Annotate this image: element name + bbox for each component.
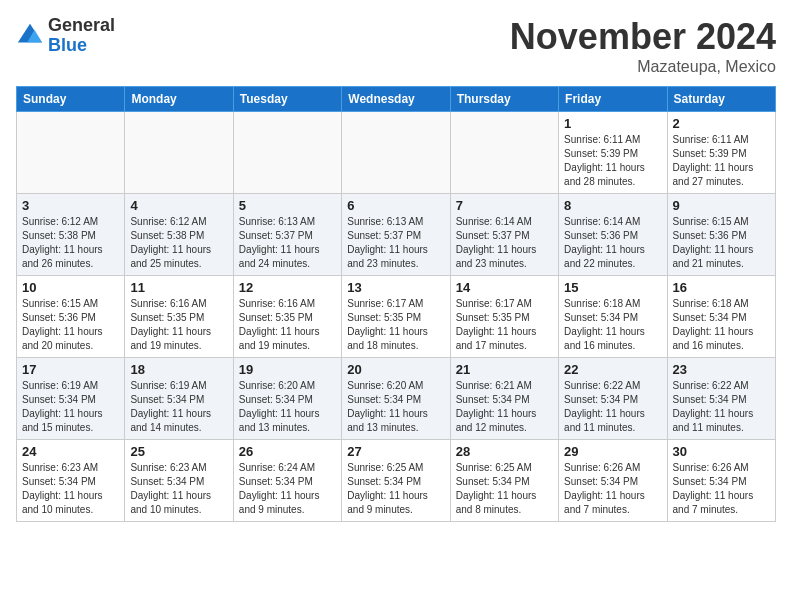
day-number: 25 — [130, 444, 227, 459]
day-info: Sunrise: 6:13 AMSunset: 5:37 PMDaylight:… — [347, 215, 444, 271]
day-number: 26 — [239, 444, 336, 459]
calendar-day-12: 12Sunrise: 6:16 AMSunset: 5:35 PMDayligh… — [233, 276, 341, 358]
day-info: Sunrise: 6:16 AMSunset: 5:35 PMDaylight:… — [130, 297, 227, 353]
day-number: 1 — [564, 116, 661, 131]
day-info: Sunrise: 6:23 AMSunset: 5:34 PMDaylight:… — [22, 461, 119, 517]
day-info: Sunrise: 6:26 AMSunset: 5:34 PMDaylight:… — [673, 461, 770, 517]
calendar-day-20: 20Sunrise: 6:20 AMSunset: 5:34 PMDayligh… — [342, 358, 450, 440]
calendar-header: SundayMondayTuesdayWednesdayThursdayFrid… — [17, 87, 776, 112]
weekday-header-saturday: Saturday — [667, 87, 775, 112]
calendar-body: 1Sunrise: 6:11 AMSunset: 5:39 PMDaylight… — [17, 112, 776, 522]
day-info: Sunrise: 6:18 AMSunset: 5:34 PMDaylight:… — [564, 297, 661, 353]
day-number: 8 — [564, 198, 661, 213]
logo-blue: Blue — [48, 36, 115, 56]
calendar-day-11: 11Sunrise: 6:16 AMSunset: 5:35 PMDayligh… — [125, 276, 233, 358]
day-number: 30 — [673, 444, 770, 459]
day-info: Sunrise: 6:15 AMSunset: 5:36 PMDaylight:… — [22, 297, 119, 353]
day-number: 28 — [456, 444, 553, 459]
day-number: 15 — [564, 280, 661, 295]
calendar-week-3: 10Sunrise: 6:15 AMSunset: 5:36 PMDayligh… — [17, 276, 776, 358]
calendar-week-5: 24Sunrise: 6:23 AMSunset: 5:34 PMDayligh… — [17, 440, 776, 522]
day-number: 2 — [673, 116, 770, 131]
calendar-week-1: 1Sunrise: 6:11 AMSunset: 5:39 PMDaylight… — [17, 112, 776, 194]
calendar-day-23: 23Sunrise: 6:22 AMSunset: 5:34 PMDayligh… — [667, 358, 775, 440]
calendar-day-6: 6Sunrise: 6:13 AMSunset: 5:37 PMDaylight… — [342, 194, 450, 276]
location-subtitle: Mazateupa, Mexico — [510, 58, 776, 76]
calendar-day-19: 19Sunrise: 6:20 AMSunset: 5:34 PMDayligh… — [233, 358, 341, 440]
day-info: Sunrise: 6:17 AMSunset: 5:35 PMDaylight:… — [456, 297, 553, 353]
day-info: Sunrise: 6:20 AMSunset: 5:34 PMDaylight:… — [239, 379, 336, 435]
day-info: Sunrise: 6:19 AMSunset: 5:34 PMDaylight:… — [22, 379, 119, 435]
calendar-day-5: 5Sunrise: 6:13 AMSunset: 5:37 PMDaylight… — [233, 194, 341, 276]
calendar-table: SundayMondayTuesdayWednesdayThursdayFrid… — [16, 86, 776, 522]
day-info: Sunrise: 6:22 AMSunset: 5:34 PMDaylight:… — [673, 379, 770, 435]
calendar-day-22: 22Sunrise: 6:22 AMSunset: 5:34 PMDayligh… — [559, 358, 667, 440]
weekday-header-thursday: Thursday — [450, 87, 558, 112]
calendar-day-10: 10Sunrise: 6:15 AMSunset: 5:36 PMDayligh… — [17, 276, 125, 358]
day-info: Sunrise: 6:14 AMSunset: 5:36 PMDaylight:… — [564, 215, 661, 271]
day-number: 14 — [456, 280, 553, 295]
day-info: Sunrise: 6:26 AMSunset: 5:34 PMDaylight:… — [564, 461, 661, 517]
calendar-day-1: 1Sunrise: 6:11 AMSunset: 5:39 PMDaylight… — [559, 112, 667, 194]
day-info: Sunrise: 6:19 AMSunset: 5:34 PMDaylight:… — [130, 379, 227, 435]
day-info: Sunrise: 6:15 AMSunset: 5:36 PMDaylight:… — [673, 215, 770, 271]
calendar-day-18: 18Sunrise: 6:19 AMSunset: 5:34 PMDayligh… — [125, 358, 233, 440]
day-number: 7 — [456, 198, 553, 213]
weekday-header-monday: Monday — [125, 87, 233, 112]
day-number: 16 — [673, 280, 770, 295]
header: General Blue November 2024 Mazateupa, Me… — [16, 16, 776, 76]
day-number: 21 — [456, 362, 553, 377]
day-number: 3 — [22, 198, 119, 213]
day-info: Sunrise: 6:20 AMSunset: 5:34 PMDaylight:… — [347, 379, 444, 435]
day-info: Sunrise: 6:14 AMSunset: 5:37 PMDaylight:… — [456, 215, 553, 271]
calendar-day-4: 4Sunrise: 6:12 AMSunset: 5:38 PMDaylight… — [125, 194, 233, 276]
title-area: November 2024 Mazateupa, Mexico — [510, 16, 776, 76]
logo-icon — [16, 22, 44, 50]
day-info: Sunrise: 6:21 AMSunset: 5:34 PMDaylight:… — [456, 379, 553, 435]
day-number: 9 — [673, 198, 770, 213]
day-info: Sunrise: 6:18 AMSunset: 5:34 PMDaylight:… — [673, 297, 770, 353]
day-info: Sunrise: 6:11 AMSunset: 5:39 PMDaylight:… — [564, 133, 661, 189]
calendar-day-30: 30Sunrise: 6:26 AMSunset: 5:34 PMDayligh… — [667, 440, 775, 522]
month-title: November 2024 — [510, 16, 776, 58]
day-info: Sunrise: 6:13 AMSunset: 5:37 PMDaylight:… — [239, 215, 336, 271]
calendar-day-25: 25Sunrise: 6:23 AMSunset: 5:34 PMDayligh… — [125, 440, 233, 522]
weekday-header-tuesday: Tuesday — [233, 87, 341, 112]
day-info: Sunrise: 6:24 AMSunset: 5:34 PMDaylight:… — [239, 461, 336, 517]
day-info: Sunrise: 6:22 AMSunset: 5:34 PMDaylight:… — [564, 379, 661, 435]
day-number: 24 — [22, 444, 119, 459]
calendar-day-27: 27Sunrise: 6:25 AMSunset: 5:34 PMDayligh… — [342, 440, 450, 522]
calendar-day-2: 2Sunrise: 6:11 AMSunset: 5:39 PMDaylight… — [667, 112, 775, 194]
weekday-header-wednesday: Wednesday — [342, 87, 450, 112]
day-info: Sunrise: 6:16 AMSunset: 5:35 PMDaylight:… — [239, 297, 336, 353]
day-number: 29 — [564, 444, 661, 459]
day-number: 10 — [22, 280, 119, 295]
calendar-day-28: 28Sunrise: 6:25 AMSunset: 5:34 PMDayligh… — [450, 440, 558, 522]
empty-cell — [450, 112, 558, 194]
logo-general: General — [48, 16, 115, 36]
day-number: 11 — [130, 280, 227, 295]
calendar-day-24: 24Sunrise: 6:23 AMSunset: 5:34 PMDayligh… — [17, 440, 125, 522]
weekday-header-friday: Friday — [559, 87, 667, 112]
day-info: Sunrise: 6:25 AMSunset: 5:34 PMDaylight:… — [347, 461, 444, 517]
empty-cell — [17, 112, 125, 194]
weekday-header-row: SundayMondayTuesdayWednesdayThursdayFrid… — [17, 87, 776, 112]
logo-text: General Blue — [48, 16, 115, 56]
day-info: Sunrise: 6:25 AMSunset: 5:34 PMDaylight:… — [456, 461, 553, 517]
calendar-day-9: 9Sunrise: 6:15 AMSunset: 5:36 PMDaylight… — [667, 194, 775, 276]
day-number: 4 — [130, 198, 227, 213]
day-number: 5 — [239, 198, 336, 213]
calendar-day-26: 26Sunrise: 6:24 AMSunset: 5:34 PMDayligh… — [233, 440, 341, 522]
day-info: Sunrise: 6:17 AMSunset: 5:35 PMDaylight:… — [347, 297, 444, 353]
day-number: 20 — [347, 362, 444, 377]
calendar-day-21: 21Sunrise: 6:21 AMSunset: 5:34 PMDayligh… — [450, 358, 558, 440]
day-number: 13 — [347, 280, 444, 295]
calendar-week-4: 17Sunrise: 6:19 AMSunset: 5:34 PMDayligh… — [17, 358, 776, 440]
day-number: 12 — [239, 280, 336, 295]
calendar-day-29: 29Sunrise: 6:26 AMSunset: 5:34 PMDayligh… — [559, 440, 667, 522]
calendar-day-17: 17Sunrise: 6:19 AMSunset: 5:34 PMDayligh… — [17, 358, 125, 440]
day-info: Sunrise: 6:11 AMSunset: 5:39 PMDaylight:… — [673, 133, 770, 189]
day-number: 19 — [239, 362, 336, 377]
weekday-header-sunday: Sunday — [17, 87, 125, 112]
day-number: 17 — [22, 362, 119, 377]
